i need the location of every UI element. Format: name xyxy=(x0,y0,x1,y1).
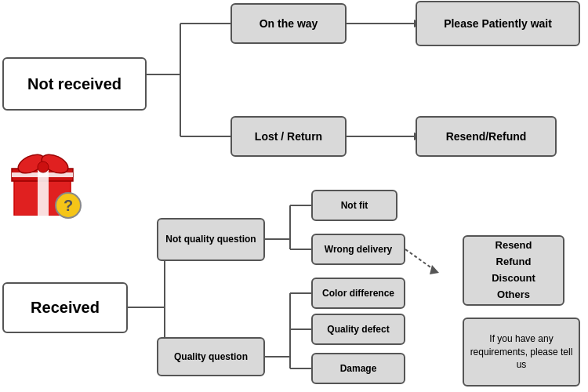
not-fit-box: Not fit xyxy=(311,190,397,221)
resend-refund-top-box: Resend/Refund xyxy=(416,116,557,157)
quality-defect-box: Quality defect xyxy=(311,314,405,345)
lost-return-box: Lost / Return xyxy=(230,116,347,157)
resend-options-box: Resend Refund Discount Others xyxy=(463,235,564,306)
quality-question-box: Quality question xyxy=(157,337,265,376)
color-difference-box: Color difference xyxy=(311,278,405,309)
damage-box: Damage xyxy=(311,353,405,384)
please-wait-box: Please Patiently wait xyxy=(416,1,580,46)
not-received-box: Not received xyxy=(2,57,147,111)
flowchart: Not received On the way Please Patiently… xyxy=(0,0,588,392)
not-quality-question-box: Not quality question xyxy=(157,218,265,261)
on-the-way-box: On the way xyxy=(230,3,347,44)
received-box: Received xyxy=(2,282,128,333)
if-requirements-box: If you have any requirements, please tel… xyxy=(463,318,580,387)
wrong-delivery-box: Wrong delivery xyxy=(311,234,405,265)
